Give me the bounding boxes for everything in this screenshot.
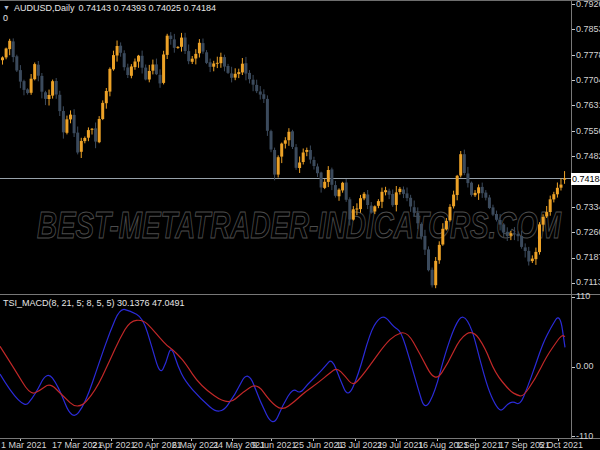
indicator-axis-tick — [572, 297, 575, 298]
candlestick-chart: BEST-METATRADER-INDICATORS.COM — [0, 1, 571, 294]
price-axis[interactable]: 0.792650.785300.777800.770450.763100.755… — [572, 1, 600, 438]
price-axis-label: 0.76310 — [576, 101, 600, 110]
date-axis-label: 6 May 2021 — [172, 441, 219, 450]
date-axis-tick — [191, 439, 192, 441]
date-axis-tick — [558, 439, 559, 441]
date-axis-tick — [396, 439, 397, 441]
indicator-axis-label: 0.00 — [576, 362, 594, 371]
date-axis-tick — [437, 439, 438, 441]
date-axis-tick — [152, 439, 153, 441]
indicator-axis-label: 110 — [576, 292, 590, 301]
date-axis-tick — [475, 439, 476, 441]
price-axis-label: 0.77045 — [576, 76, 600, 85]
main-chart-pane[interactable]: BEST-METATRADER-INDICATORS.COM — [0, 1, 571, 294]
date-axis-label: 1 Mar 2021 — [1, 441, 47, 450]
pane-separator[interactable] — [0, 294, 600, 295]
price-axis-label: 0.74825 — [576, 152, 600, 161]
date-axis-label: 29 Jul 2021 — [377, 441, 424, 450]
price-axis-label: 0.73340 — [576, 203, 600, 212]
date-axis-label: 1 Sep 2021 — [456, 441, 502, 450]
chart-header: ▼ AUDUSD,Daily 0.74143 0.74393 0.74025 0… — [3, 3, 216, 23]
indicator-name: TSI_MACD(8, 21, 5; 8, 5, 5) — [3, 298, 115, 308]
indicator-pane[interactable] — [0, 296, 571, 438]
indicator-axis-tick — [572, 367, 575, 368]
date-axis-tick — [232, 439, 233, 441]
price-axis-tick — [572, 105, 575, 106]
indicator-values: 30.1376 47.0491 — [117, 298, 185, 308]
candles-layer — [1, 32, 566, 288]
ohlc-values: 0.74143 0.74393 0.74025 0.74184 — [78, 3, 216, 13]
current-price-tag: 0.74184 — [571, 173, 600, 185]
price-axis-tick — [572, 232, 575, 233]
price-axis-label: 0.79265 — [576, 0, 600, 9]
symbol-dropdown-icon[interactable]: ▼ — [3, 3, 10, 13]
signal-line — [0, 320, 565, 408]
date-axis-label: 13 Jul 2021 — [336, 441, 383, 450]
date-axis-tick — [313, 439, 314, 441]
price-axis-label: 0.71135 — [576, 278, 600, 287]
date-axis-tick — [20, 439, 21, 441]
date-axis-tick — [271, 439, 272, 441]
date-axis-tick — [111, 439, 112, 441]
price-axis-tick — [572, 258, 575, 259]
price-axis-tick — [572, 80, 575, 81]
date-axis-tick — [71, 439, 72, 441]
price-axis-label: 0.71870 — [576, 253, 600, 262]
date-axis[interactable]: 1 Mar 202117 Mar 20212 Apr 202120 Apr 20… — [0, 439, 600, 450]
indicator-zero-value: 0 — [3, 13, 216, 23]
price-axis-tick — [572, 4, 575, 5]
symbol-title: AUDUSD,Daily — [14, 3, 75, 13]
indicator-header: TSI_MACD(8, 21, 5; 8, 5, 5) 30.1376 47.0… — [3, 298, 185, 308]
price-axis-label: 0.75560 — [576, 127, 600, 136]
date-axis-tick — [518, 439, 519, 441]
price-axis-tick — [572, 55, 575, 56]
mt4-chart-window: BEST-METATRADER-INDICATORS.COM ▼ AUDUSD,… — [0, 0, 600, 450]
date-axis-label: 5 Oct 2021 — [539, 441, 583, 450]
date-axis-label: 9 Jun 2021 — [252, 441, 297, 450]
date-axis-tick — [355, 439, 356, 441]
date-axis-label: 2 Apr 2021 — [92, 441, 136, 450]
price-axis-tick — [572, 207, 575, 208]
tsi-line — [0, 309, 565, 421]
price-axis-label: 0.77780 — [576, 51, 600, 60]
price-axis-tick — [572, 156, 575, 157]
price-axis-tick — [572, 131, 575, 132]
price-axis-tick — [572, 283, 575, 284]
indicator-axis-tick — [572, 436, 575, 437]
price-axis-label: 0.78530 — [576, 25, 600, 34]
tsi-macd-chart — [0, 296, 571, 438]
watermark: BEST-METATRADER-INDICATORS.COM — [37, 205, 562, 246]
price-axis-tick — [572, 29, 575, 30]
price-axis-label: 0.72605 — [576, 228, 600, 237]
